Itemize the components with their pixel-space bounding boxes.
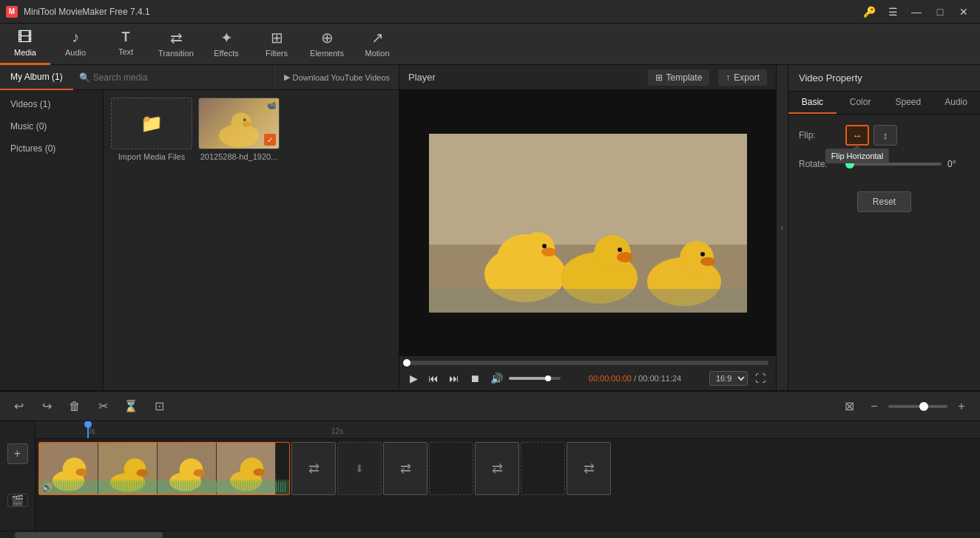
left-panel: My Album (1) 🔍 ▶ Download YouTube Videos… bbox=[0, 65, 399, 390]
zoom-out-button[interactable]: − bbox=[863, 395, 885, 418]
transition-arrow-5: ⇄ bbox=[584, 460, 595, 477]
download-yt-label: Download YouTube Videos bbox=[293, 73, 391, 82]
titlebar: M MiniTool MovieMaker Free 7.4.1 🔑 ☰ — □… bbox=[0, 0, 980, 24]
my-album-tab[interactable]: My Album (1) bbox=[0, 65, 73, 90]
zoom-slider[interactable] bbox=[888, 405, 947, 408]
volume-handle[interactable] bbox=[545, 375, 551, 381]
sidebar: Videos (1) Music (0) Pictures (0) bbox=[0, 90, 104, 390]
transition-slot-3[interactable]: ⇄ bbox=[383, 442, 428, 495]
video-clip[interactable]: 🔊 bbox=[38, 442, 290, 495]
toolbar-transition[interactable]: ⇄ Transition bbox=[151, 24, 201, 65]
control-row: ▶ ⏮ ⏭ ⏹ 🔊 00:00:00:00 / 00:00:11:24 bbox=[407, 371, 768, 386]
volume-slider[interactable] bbox=[509, 377, 561, 380]
svg-point-10 bbox=[542, 244, 547, 248]
time-total: 00:00:11:24 bbox=[638, 374, 681, 383]
sidebar-pictures[interactable]: Pictures (0) bbox=[0, 137, 103, 160]
key-button[interactable]: 🔑 bbox=[859, 4, 879, 20]
play-button[interactable]: ▶ bbox=[407, 371, 421, 386]
next-frame-button[interactable]: ⏭ bbox=[446, 371, 462, 386]
toolbar-motion[interactable]: ↗ Motion bbox=[352, 24, 402, 65]
tab-speed[interactable]: Speed bbox=[885, 92, 933, 114]
minimize-button[interactable]: — bbox=[906, 4, 927, 20]
sidebar-videos[interactable]: Videos (1) bbox=[0, 93, 103, 115]
volume-fill bbox=[509, 377, 548, 380]
timeline-ruler-area: 0s 12s bbox=[36, 421, 980, 531]
svg-point-3 bbox=[243, 118, 246, 121]
toolbar-text[interactable]: T Text bbox=[101, 24, 151, 65]
flip-horizontal-button[interactable]: ↔ bbox=[845, 125, 869, 146]
zoom-in-button[interactable]: + bbox=[950, 395, 973, 418]
close-button[interactable]: ✕ bbox=[953, 4, 974, 20]
video-track-icon[interactable]: 🎬 bbox=[7, 494, 28, 507]
flip-vertical-button[interactable]: ↕ bbox=[873, 125, 897, 146]
transition-slot-4[interactable]: ⇄ bbox=[475, 442, 519, 495]
app-title: MiniTool MovieMaker Free 7.4.1 bbox=[24, 7, 859, 17]
undo-button[interactable]: ↩ bbox=[7, 395, 30, 418]
toolbar-filters[interactable]: ⊞ Filters bbox=[251, 24, 302, 65]
reset-button[interactable]: Reset bbox=[857, 191, 911, 212]
rotate-slider[interactable] bbox=[845, 163, 942, 166]
import-media-item[interactable]: 📁 Import Media Files bbox=[111, 98, 192, 161]
stop-button[interactable]: ⏹ bbox=[467, 371, 483, 386]
search-area[interactable]: 🔍 bbox=[73, 72, 274, 83]
empty-slot-2 bbox=[521, 442, 565, 495]
progress-bar[interactable] bbox=[407, 361, 768, 365]
tab-audio[interactable]: Audio bbox=[932, 92, 980, 114]
horizontal-scrollbar[interactable] bbox=[0, 531, 980, 538]
video-thumb[interactable]: 📹 ✓ bbox=[198, 98, 280, 149]
zoom-handle[interactable] bbox=[919, 402, 928, 411]
svg-point-27 bbox=[136, 469, 148, 477]
progress-handle[interactable] bbox=[403, 359, 410, 367]
aspect-ratio-select[interactable]: 16:9 9:16 4:3 1:1 bbox=[709, 371, 748, 386]
volume-control: 🔊 bbox=[487, 371, 561, 386]
waveform-visual bbox=[54, 482, 286, 492]
transition-slot-2[interactable]: ⬇ bbox=[337, 442, 382, 495]
rotate-row: Rotate: 0° bbox=[799, 159, 970, 169]
fullscreen-button[interactable]: ⛶ bbox=[752, 371, 768, 386]
toolbar: 🎞 Media ♪ Audio T Text ⇄ Transition ✦ Ef… bbox=[0, 24, 980, 65]
flip-row: Flip: ↔ Flip Horizontal ↕ bbox=[799, 125, 970, 146]
toolbar-effects[interactable]: ✦ Effects bbox=[201, 24, 251, 65]
text-icon: T bbox=[122, 30, 130, 45]
player-header: Player ⊞ Template ↑ Export bbox=[399, 65, 776, 90]
audio-waveform: 🔊 bbox=[39, 480, 289, 494]
redo-button[interactable]: ↪ bbox=[36, 395, 58, 418]
folder-icon: 📁 bbox=[141, 113, 163, 134]
maximize-button[interactable]: □ bbox=[930, 4, 950, 20]
video-media-item[interactable]: 📹 ✓ 20125288-hd_1920... bbox=[198, 98, 280, 161]
audio-clip-icon: 🔊 bbox=[42, 483, 53, 492]
scrollbar-thumb[interactable] bbox=[15, 532, 163, 538]
filters-icon: ⊞ bbox=[271, 29, 283, 47]
collapse-panel-button[interactable]: › bbox=[776, 65, 788, 390]
toolbar-elements[interactable]: ⊕ Elements bbox=[302, 24, 352, 65]
trim-button[interactable]: ⊡ bbox=[148, 395, 170, 418]
tab-basic[interactable]: Basic bbox=[788, 92, 837, 114]
playhead[interactable] bbox=[87, 421, 89, 438]
tab-color[interactable]: Color bbox=[837, 92, 885, 114]
prev-frame-button[interactable]: ⏮ bbox=[425, 371, 442, 386]
transition-slot-5[interactable]: ⇄ bbox=[567, 442, 611, 495]
search-input[interactable] bbox=[93, 72, 182, 83]
delete-button[interactable]: 🗑 bbox=[64, 395, 86, 418]
cut-button[interactable]: ✂ bbox=[92, 395, 114, 418]
duck-preview-svg bbox=[429, 134, 747, 313]
rotate-label: Rotate: bbox=[799, 159, 839, 169]
svg-rect-19 bbox=[429, 289, 747, 313]
volume-icon[interactable]: 🔊 bbox=[487, 371, 506, 386]
zoom-fit-button[interactable]: ⊠ bbox=[838, 395, 860, 418]
svg-point-17 bbox=[700, 257, 715, 266]
sidebar-music[interactable]: Music (0) bbox=[0, 115, 103, 137]
media-content: 📁 Import Media Files 📹 bbox=[104, 90, 399, 390]
svg-point-13 bbox=[617, 252, 633, 262]
menu-button[interactable]: ☰ bbox=[882, 4, 903, 20]
download-yt-button[interactable]: ▶ Download YouTube Videos bbox=[274, 65, 399, 90]
add-track-button[interactable]: + bbox=[7, 443, 28, 464]
template-button[interactable]: ⊞ Template bbox=[648, 69, 710, 86]
transition-slot-1[interactable]: ⇄ bbox=[291, 442, 336, 495]
rotate-handle[interactable] bbox=[845, 160, 854, 168]
export-button[interactable]: ↑ Export bbox=[718, 69, 767, 86]
import-thumb[interactable]: 📁 bbox=[111, 98, 192, 149]
toolbar-media[interactable]: 🎞 Media bbox=[0, 24, 50, 65]
split-audio-button[interactable]: ⌛ bbox=[120, 395, 142, 418]
toolbar-audio[interactable]: ♪ Audio bbox=[50, 24, 101, 65]
